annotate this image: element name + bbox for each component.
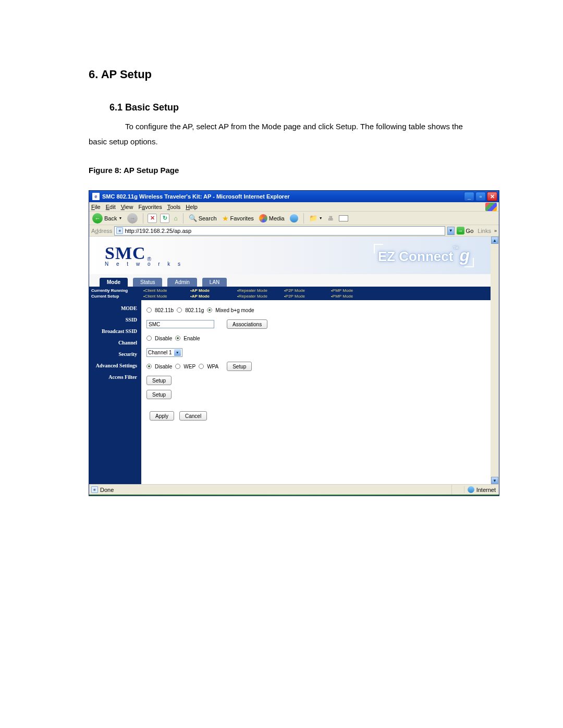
apply-button[interactable]: Apply xyxy=(150,411,174,421)
back-button[interactable]: ← Back ▼ xyxy=(91,213,123,224)
back-label: Back xyxy=(104,215,117,221)
home-icon: ⌂ xyxy=(174,215,177,222)
scroll-down-icon[interactable]: ▼ xyxy=(491,477,498,484)
address-input[interactable]: e http://192.168.2.25/ap.asp xyxy=(114,226,445,236)
radio-security-wep-label: WEP xyxy=(183,364,195,369)
home-button[interactable]: ⌂ xyxy=(173,213,178,224)
stop-button[interactable]: ✕ xyxy=(148,214,157,223)
mode-link-client[interactable]: •Client Mode xyxy=(143,288,188,293)
status-modes-bar: Currently Running Current Setup •Client … xyxy=(89,287,491,300)
row-channel: Channel 1 ▼ xyxy=(146,348,491,357)
tab-lan[interactable]: LAN xyxy=(202,278,227,287)
dropdown-icon: ▼ xyxy=(319,216,323,220)
figure-caption: Figure 8: AP Setup Page xyxy=(89,166,474,175)
radio-80211g[interactable] xyxy=(177,307,182,313)
channel-select[interactable]: Channel 1 ▼ xyxy=(146,348,182,357)
access-filter-setup-button[interactable]: Setup xyxy=(146,390,172,399)
settings-form-column: 802.11b 802.11g Mixed b+g mode SMC Assoc… xyxy=(141,300,491,484)
mode-link-repeater[interactable]: •Repeater Mode xyxy=(237,293,282,299)
scroll-up-icon[interactable]: ▲ xyxy=(491,237,498,244)
maximize-button[interactable]: ▫ xyxy=(475,192,486,201)
ie-page-icon: e xyxy=(92,193,100,200)
label-channel: Channel xyxy=(89,340,137,346)
mode-link-client[interactable]: •Client Mode xyxy=(143,293,188,299)
menu-favorites[interactable]: Favorites xyxy=(138,204,162,210)
close-button[interactable]: ✕ xyxy=(487,192,497,201)
radio-mixed[interactable] xyxy=(207,307,212,313)
menu-file[interactable]: File xyxy=(91,204,101,210)
tab-admin[interactable]: Admin xyxy=(167,278,197,287)
row-advanced: Setup xyxy=(146,376,491,385)
favorites-button[interactable]: ★ Favorites xyxy=(221,213,255,224)
advanced-setup-button[interactable]: Setup xyxy=(146,376,172,385)
radio-80211b-label: 802.11b xyxy=(155,307,174,313)
media-label: Media xyxy=(269,215,285,221)
menu-view[interactable]: View xyxy=(121,204,133,210)
address-bar: Address e http://192.168.2.25/ap.asp ▼ →… xyxy=(89,225,499,237)
radio-security-disable[interactable] xyxy=(146,364,152,369)
status-zone-text: Internet xyxy=(476,487,496,493)
tab-status[interactable]: Status xyxy=(133,278,162,287)
mode-link-p2p[interactable]: •P2P Mode xyxy=(284,288,329,293)
radio-broadcast-enable[interactable] xyxy=(175,336,180,341)
cancel-button[interactable]: Cancel xyxy=(179,411,207,421)
ssid-input[interactable]: SMC xyxy=(146,320,214,328)
browser-viewport: SMC ® N e t w o r k s EZ Connect TM g xyxy=(89,237,499,484)
chevron-right-icon[interactable]: » xyxy=(494,228,497,233)
refresh-button[interactable]: ↻ xyxy=(160,214,169,223)
media-button[interactable]: Media xyxy=(258,213,286,224)
print-button[interactable]: 🖶 xyxy=(327,213,335,224)
ez-connect-logo: EZ Connect TM g xyxy=(378,246,470,265)
folder-button[interactable]: 📁▼ xyxy=(308,213,324,224)
separator xyxy=(143,213,143,224)
nav-tabs: Mode Status Admin LAN xyxy=(89,276,491,287)
tab-mode[interactable]: Mode xyxy=(100,278,128,287)
bracket-icon xyxy=(464,258,474,267)
mode-link-pmp[interactable]: •PMP Mode xyxy=(331,293,376,299)
radio-broadcast-enable-label: Enable xyxy=(183,336,200,341)
radio-broadcast-disable-label: Disable xyxy=(155,336,172,341)
mail-button[interactable] xyxy=(338,213,349,224)
address-dropdown[interactable]: ▼ xyxy=(447,227,455,235)
current-setup-label: Current Setup xyxy=(91,293,141,299)
page-icon: e xyxy=(116,227,123,234)
radio-broadcast-disable[interactable] xyxy=(146,336,152,341)
row-actions: Apply Cancel xyxy=(146,411,491,421)
forward-icon: → xyxy=(127,213,138,224)
menu-edit[interactable]: Edit xyxy=(106,204,116,210)
history-icon xyxy=(290,214,298,223)
minimize-button[interactable]: _ xyxy=(464,192,474,201)
currently-running-label: Currently Running xyxy=(91,288,141,293)
radio-security-wep[interactable] xyxy=(175,364,180,369)
mode-link-repeater[interactable]: •Repeater Mode xyxy=(237,288,282,293)
menu-tools[interactable]: Tools xyxy=(167,204,181,210)
associations-button[interactable]: Associations xyxy=(227,319,267,329)
vertical-scrollbar[interactable]: ▲ ▼ xyxy=(491,237,499,484)
media-icon xyxy=(259,214,267,223)
settings-labels-column: MODE SSID Broadcast SSID Channel Securit… xyxy=(89,300,141,484)
links-label[interactable]: Links xyxy=(478,228,491,234)
radio-security-wpa-label: WPA xyxy=(207,364,218,369)
label-advanced-settings: Advanced Settings xyxy=(89,363,137,368)
mode-link-pmp[interactable]: •PMP Mode xyxy=(331,288,376,293)
go-label: Go xyxy=(466,228,474,234)
menu-help[interactable]: Help xyxy=(186,204,198,210)
smc-logo-text: SMC xyxy=(105,244,146,262)
row-mode: 802.11b 802.11g Mixed b+g mode xyxy=(146,305,491,315)
mode-link-ap[interactable]: •AP Mode xyxy=(190,288,235,293)
mode-link-p2p[interactable]: •P2P Mode xyxy=(284,293,329,299)
window-titlebar: e SMC 802.11g Wireless Traveler's Kit: A… xyxy=(89,191,499,202)
mode-link-ap[interactable]: •AP Mode xyxy=(190,293,235,299)
windows-logo-icon xyxy=(485,203,497,211)
history-button[interactable] xyxy=(289,213,299,224)
search-button[interactable]: 🔍 Search xyxy=(188,213,218,224)
forward-button[interactable]: → xyxy=(126,213,139,224)
radio-80211b[interactable] xyxy=(146,307,152,313)
separator xyxy=(303,213,304,224)
radio-security-wpa[interactable] xyxy=(199,364,204,369)
go-button[interactable]: → Go xyxy=(457,227,474,235)
window-title: SMC 802.11g Wireless Traveler's Kit: AP … xyxy=(102,193,464,200)
security-setup-button[interactable]: Setup xyxy=(227,362,252,371)
label-broadcast-ssid: Broadcast SSID xyxy=(89,328,137,334)
favorites-label: Favorites xyxy=(230,215,254,221)
